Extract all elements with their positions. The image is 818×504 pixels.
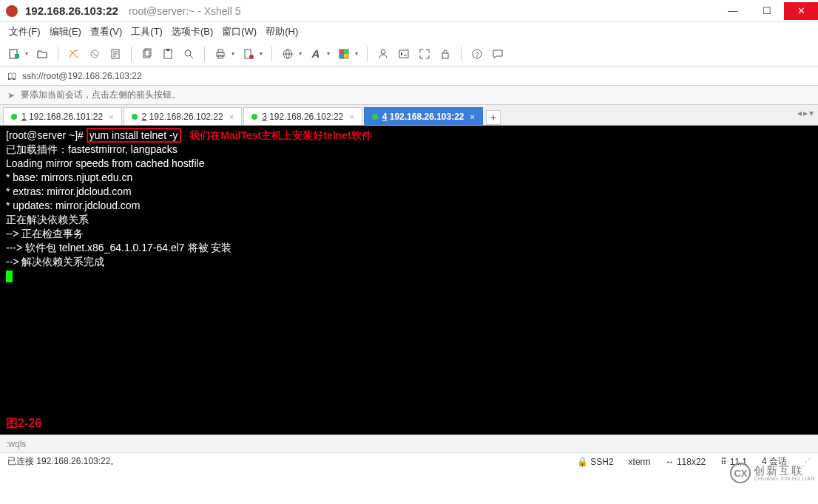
svg-point-13 (249, 55, 254, 59)
session-tab-2[interactable]: 2 192.168.26.102:22 × (124, 107, 243, 125)
minimize-button[interactable]: — (716, 2, 750, 20)
close-tab-icon[interactable]: × (470, 112, 475, 121)
svg-rect-22 (442, 53, 448, 58)
status-bar: 已连接 192.168.26.103:22。 🔒 SSH2 xterm ↔ 11… (0, 452, 818, 470)
terminal-prompt: [root@server ~]# (6, 129, 87, 141)
svg-rect-16 (339, 50, 344, 54)
menu-view[interactable]: 查看(V) (90, 25, 122, 38)
app-icon (6, 5, 18, 17)
address-bar: 🕮 ssh://root@192.168.26.103:22 (0, 67, 818, 86)
window-title: 192.168.26.103:22 (25, 4, 118, 17)
titlebar: 192.168.26.103:22 root@server:~ - Xshell… (0, 0, 818, 22)
new-session-icon[interactable] (6, 46, 22, 62)
status-proto: 🔒 SSH2 (577, 457, 614, 467)
terminal-line: * updates: mirror.jdcloud.com (6, 199, 812, 213)
watermark-en: CHUANG XIN HU LIAN (754, 476, 815, 481)
svg-rect-7 (166, 49, 169, 51)
globe-icon[interactable] (280, 46, 296, 62)
tab-next-icon[interactable]: ▸ (803, 108, 808, 118)
watermark-logo-icon: CX (730, 463, 751, 483)
status-size: ↔ 118x22 (666, 457, 706, 467)
close-tab-icon[interactable]: × (229, 112, 234, 121)
bookmark-icon[interactable]: 🕮 (7, 71, 16, 81)
watermark-cn: 创新互联 (754, 465, 815, 476)
svg-rect-21 (399, 50, 408, 58)
cursor (6, 270, 13, 282)
help-icon[interactable]: ? (469, 46, 485, 62)
svg-rect-10 (218, 50, 223, 52)
tab-list-icon[interactable]: ▾ (809, 108, 814, 118)
terminal-line: 已加载插件：fastestmirror, langpacks (6, 143, 812, 157)
terminal-line: --> 正在检查事务 (6, 227, 812, 241)
menu-file[interactable]: 文件(F) (9, 25, 41, 38)
window-subtitle: root@server:~ - Xshell 5 (129, 5, 241, 17)
annotation-text: 我们在MailTest主机上安装好telnet软件 (189, 129, 371, 141)
svg-point-8 (185, 50, 191, 56)
address-text[interactable]: ssh://root@192.168.26.103:22 (22, 71, 811, 81)
maximize-button[interactable]: ☐ (750, 2, 784, 20)
menu-help[interactable]: 帮助(H) (266, 25, 298, 38)
svg-rect-19 (344, 54, 348, 58)
close-tab-icon[interactable]: × (349, 112, 354, 121)
svg-text:?: ? (475, 51, 479, 58)
compose-text: :wqls (6, 439, 26, 449)
highlighted-command: yum install telnet -y (87, 128, 181, 143)
hint-bar: ➤ 要添加当前会话，点击左侧的箭头按钮。 (0, 86, 818, 105)
status-dot-icon (11, 114, 17, 120)
session-tab-3[interactable]: 3 192.168.26.102:22 × (243, 107, 362, 125)
log-icon[interactable] (240, 46, 257, 62)
user-icon[interactable] (375, 46, 391, 62)
copy-icon[interactable] (139, 46, 155, 62)
script-icon[interactable] (396, 46, 412, 62)
session-tab-4[interactable]: 4 192.168.26.103:22 × (364, 107, 483, 125)
color-icon[interactable] (336, 46, 352, 62)
fullscreen-icon[interactable] (416, 46, 433, 62)
menu-tools[interactable]: 工具(T) (131, 25, 163, 38)
close-tab-icon[interactable]: × (109, 112, 113, 121)
status-dot-icon (132, 114, 138, 120)
disconnect-icon[interactable] (87, 46, 103, 62)
chat-icon[interactable] (490, 46, 506, 62)
menubar: 文件(F) 编辑(E) 查看(V) 工具(T) 选项卡(B) 窗口(W) 帮助(… (0, 22, 818, 41)
session-tab-1[interactable]: 1 192.168.26.101:22 × (3, 107, 122, 125)
terminal[interactable]: [root@server ~]# yum install telnet -y 我… (0, 126, 818, 435)
open-icon[interactable] (34, 46, 50, 62)
add-tab-button[interactable]: + (486, 110, 501, 125)
terminal-line: * base: mirrors.njupt.edu.cn (6, 171, 812, 185)
find-icon[interactable] (180, 46, 197, 62)
svg-point-20 (381, 50, 385, 54)
terminal-line: Loading mirror speeds from cached hostfi… (6, 157, 812, 171)
terminal-line: * extras: mirror.jdcloud.com (6, 185, 812, 199)
reconnect-icon[interactable] (66, 46, 82, 62)
arrow-icon[interactable]: ➤ (7, 90, 15, 101)
menu-tab[interactable]: 选项卡(B) (172, 25, 213, 38)
compose-bar[interactable]: :wqls (0, 435, 818, 452)
toolbar: ▾ ▾ ▾ ▾ A▾ ▾ ? (0, 41, 818, 67)
close-button[interactable]: ✕ (784, 2, 818, 20)
properties-icon[interactable] (107, 46, 124, 62)
terminal-line: ---> 软件包 telnet.x86_64.1.0.17-64.el7 将被 … (6, 241, 812, 255)
lock-icon[interactable] (437, 46, 453, 62)
tab-bar: 1 192.168.26.101:22 × 2 192.168.26.102:2… (0, 105, 818, 126)
paste-icon[interactable] (160, 46, 176, 62)
menu-edit[interactable]: 编辑(E) (50, 25, 81, 38)
svg-rect-18 (339, 54, 344, 58)
terminal-line: --> 解决依赖关系完成 (6, 255, 812, 269)
status-connection: 已连接 192.168.26.103:22。 (7, 455, 119, 468)
print-icon[interactable] (212, 46, 229, 62)
font-icon[interactable]: A (308, 46, 324, 62)
figure-label: 图2-26 (6, 416, 41, 430)
terminal-line: 正在解决依赖关系 (6, 213, 812, 227)
tab-prev-icon[interactable]: ◂ (797, 108, 802, 118)
watermark: CX 创新互联 CHUANG XIN HU LIAN (730, 463, 815, 483)
status-term: xterm (629, 457, 651, 467)
menu-window[interactable]: 窗口(W) (222, 25, 257, 38)
svg-rect-1 (15, 54, 19, 58)
hint-text: 要添加当前会话，点击左侧的箭头按钮。 (21, 89, 180, 101)
svg-rect-17 (344, 50, 348, 54)
status-dot-icon (251, 114, 257, 120)
status-dot-icon (372, 114, 378, 120)
